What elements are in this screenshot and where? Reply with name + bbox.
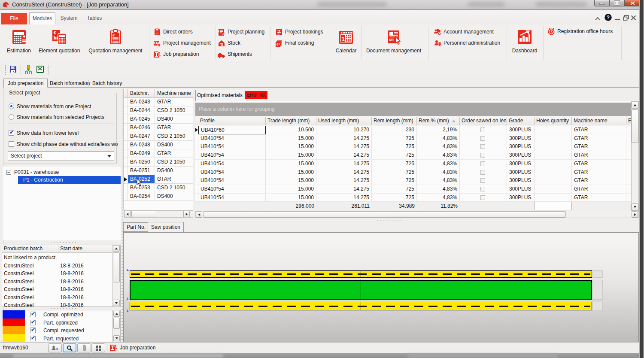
svg-text:1: 1 <box>341 35 345 42</box>
svg-text:€: € <box>54 30 56 35</box>
svg-text:€: € <box>276 42 279 46</box>
svg-text:€: € <box>112 33 115 37</box>
svg-text:ABC: ABC <box>390 39 395 41</box>
svg-text:?: ? <box>607 15 610 21</box>
